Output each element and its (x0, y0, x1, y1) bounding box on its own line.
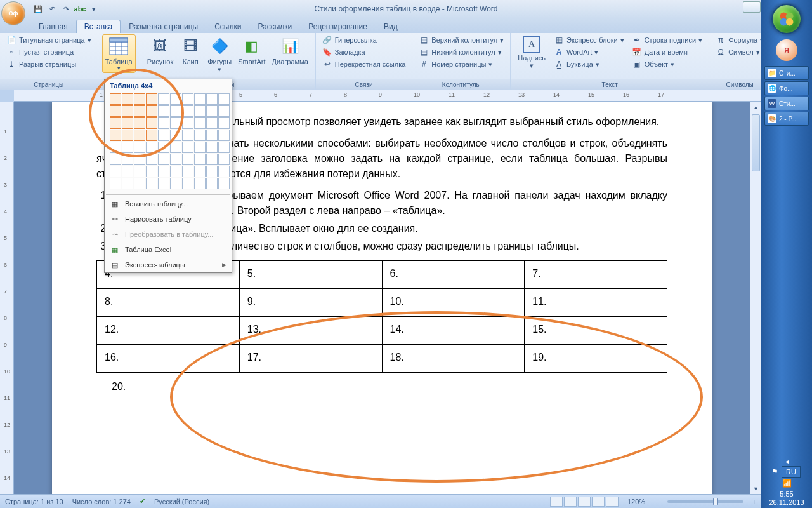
grid-cell[interactable] (170, 117, 181, 129)
grid-cell[interactable] (206, 117, 218, 129)
grid-cell[interactable] (206, 154, 218, 165)
pagenum-button[interactable]: #Номер страницы ▾ (416, 58, 506, 70)
grid-cell[interactable] (146, 117, 157, 129)
scroll-thumb[interactable] (752, 114, 760, 171)
grid-cell[interactable] (194, 93, 206, 105)
grid-cell[interactable] (170, 178, 181, 189)
grid-cell[interactable] (182, 154, 193, 165)
grid-cell[interactable] (218, 117, 230, 129)
grid-cell[interactable] (218, 105, 230, 117)
scroll-down-icon[interactable]: ▼ (750, 483, 761, 494)
table-cell[interactable]: 19. (525, 345, 667, 373)
page-status[interactable]: Страница: 1 из 10 (5, 498, 63, 505)
table-cell[interactable]: 17. (239, 345, 382, 373)
grid-cell[interactable] (170, 130, 181, 141)
page-break-button[interactable]: ⤓Разрыв страницы (4, 58, 94, 70)
undo-icon[interactable]: ↶ (46, 3, 58, 15)
vertical-ruler[interactable]: 1234567891011121314 (0, 102, 14, 494)
zoom-slider[interactable] (667, 500, 743, 503)
picture-button[interactable]: 🖼Рисунок (144, 34, 177, 67)
spellcheck-icon[interactable]: abc (74, 3, 86, 15)
grid-cell[interactable] (182, 105, 193, 117)
language-bar[interactable]: RU (782, 466, 801, 478)
shapes-button[interactable]: 🔷Фигуры▾ (204, 34, 235, 76)
clip-button[interactable]: 🎞Клип (176, 34, 204, 67)
tab-references[interactable]: Ссылки (206, 20, 249, 33)
table-cell[interactable]: 7. (525, 261, 667, 289)
excel-table-item[interactable]: ▦Таблица Excel (105, 242, 232, 257)
zoom-thumb[interactable] (713, 498, 718, 505)
grid-cell[interactable] (134, 93, 145, 105)
grid-cell[interactable] (182, 93, 193, 105)
grid-cell[interactable] (170, 166, 181, 177)
datetime-button[interactable]: 📅Дата и время (629, 46, 705, 58)
table-button[interactable]: Таблица ▼ (102, 34, 136, 73)
outline-view[interactable] (592, 497, 605, 507)
table-cell[interactable]: 13. (239, 317, 382, 345)
grid-cell[interactable] (194, 166, 206, 177)
grid-cell[interactable] (134, 154, 145, 165)
scroll-up-icon[interactable]: ▲ (750, 102, 761, 112)
language-status[interactable]: Русский (Россия) (154, 498, 209, 505)
qat-more-icon[interactable]: ▾ (88, 3, 100, 15)
grid-cell[interactable] (134, 130, 145, 141)
grid-cell[interactable] (218, 130, 230, 141)
grid-cell[interactable] (218, 93, 230, 105)
grid-cell[interactable] (122, 142, 133, 153)
grid-cell[interactable] (146, 166, 157, 177)
taskbar-item[interactable]: 🎨2 - Р... (764, 112, 809, 126)
redo-icon[interactable]: ↷ (60, 3, 72, 15)
office-button[interactable]: Оф (1, 1, 25, 25)
table-cell[interactable]: 11. (525, 289, 667, 317)
grid-cell[interactable] (110, 130, 121, 141)
table-cell[interactable]: 9. (239, 289, 382, 317)
grid-cell[interactable] (122, 154, 133, 165)
grid-cell[interactable] (122, 130, 133, 141)
grid-cell[interactable] (170, 93, 181, 105)
minimize-button[interactable]: — (743, 1, 761, 13)
web-view[interactable] (578, 497, 591, 507)
grid-cell[interactable] (122, 178, 133, 189)
table-cell[interactable]: 18. (382, 345, 525, 373)
grid-cell[interactable] (122, 93, 133, 105)
grid-cell[interactable] (110, 166, 121, 177)
grid-cell[interactable] (122, 105, 133, 117)
grid-cell[interactable] (194, 142, 206, 153)
tray-signal-icon[interactable]: 📶 (782, 479, 792, 488)
grid-cell[interactable] (134, 142, 145, 153)
grid-cell[interactable] (146, 93, 157, 105)
grid-cell[interactable] (158, 142, 169, 153)
grid-cell[interactable] (182, 142, 193, 153)
taskbar-item[interactable]: WСти... (764, 97, 809, 110)
grid-cell[interactable] (146, 154, 157, 165)
table-cell[interactable]: 10. (382, 289, 525, 317)
grid-cell[interactable] (194, 154, 206, 165)
grid-cell[interactable] (146, 178, 157, 189)
grid-cell[interactable] (182, 166, 193, 177)
grid-cell[interactable] (206, 105, 218, 117)
table-cell[interactable]: 14. (382, 317, 525, 345)
grid-cell[interactable] (110, 117, 121, 129)
table-cell[interactable]: 8. (97, 289, 240, 317)
table-cell[interactable]: 15. (525, 317, 667, 345)
table-grid-picker[interactable] (105, 92, 232, 193)
yandex-icon[interactable]: Я (776, 39, 797, 61)
grid-cell[interactable] (110, 105, 121, 117)
tab-pagelayout[interactable]: Разметка страницы (121, 20, 206, 33)
smartart-button[interactable]: ◧SmartArt (235, 34, 268, 67)
grid-cell[interactable] (206, 166, 218, 177)
dropcap-button[interactable]: A̲Буквица ▾ (551, 58, 627, 70)
grid-cell[interactable] (110, 142, 121, 153)
grid-cell[interactable] (218, 142, 230, 153)
grid-cell[interactable] (146, 105, 157, 117)
zoom-out-button[interactable]: − (654, 498, 658, 505)
grid-cell[interactable] (134, 166, 145, 177)
quick-tables-item[interactable]: ▤Экспресс-таблицы▶ (105, 257, 232, 272)
grid-cell[interactable] (134, 105, 145, 117)
vertical-scrollbar[interactable]: ▲ ▼ (750, 102, 761, 494)
grid-cell[interactable] (206, 178, 218, 189)
grid-cell[interactable] (194, 178, 206, 189)
tray-flag-icon[interactable]: ⚑ (771, 467, 778, 476)
grid-cell[interactable] (218, 178, 230, 189)
grid-cell[interactable] (206, 130, 218, 141)
